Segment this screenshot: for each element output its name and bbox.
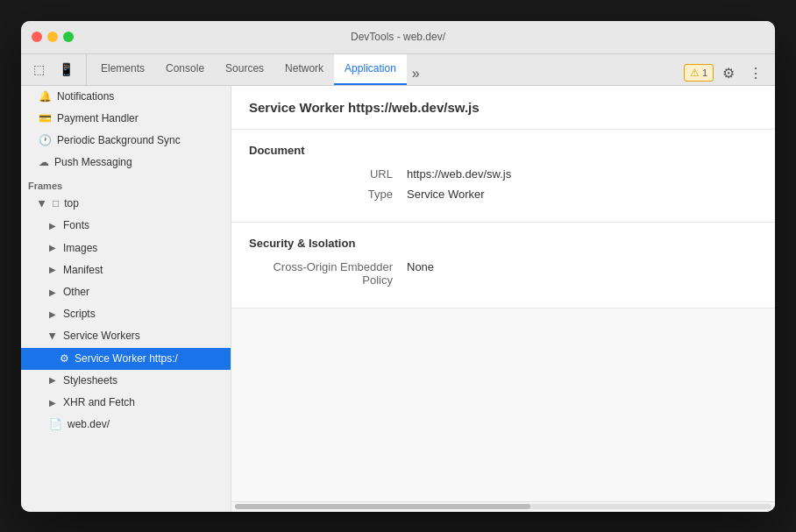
sidebar-item-xhr[interactable]: ▶ XHR and Fetch [21,392,231,414]
settings-icon[interactable]: ⚙ [717,61,740,85]
frames-section-label: Frames [21,174,231,193]
panel-scrollbar-track [235,504,771,509]
security-section: Security & Isolation Cross-Origin Embedd… [231,223,775,309]
devtools-window: DevTools - web.dev/ ⬚ 📱 Elements Console… [21,21,775,512]
more-icon[interactable]: ⋮ [743,61,768,85]
sidebar-item-label: top [64,195,79,212]
sidebar-item-manifest[interactable]: ▶ Manifest [21,259,231,281]
main-content: 🔔 Notifications 💳 Payment Handler 🕐 Peri… [21,86,775,512]
main-panel: Service Worker https://web.dev/sw.js Doc… [231,86,775,512]
minimize-button[interactable] [47,32,58,42]
sidebar-item-top[interactable]: ▶ □ top [21,193,231,215]
sidebar-item-label: Stylesheets [63,372,117,389]
expand-arrow-stylesheets[interactable]: ▶ [49,373,56,387]
type-row: Type Service Worker [249,188,757,201]
expand-arrow-scripts[interactable]: ▶ [49,308,56,322]
sidebar-item-label: Service Workers [63,328,140,344]
sidebar-item-scripts[interactable]: ▶ Scripts [21,303,231,325]
devtools-tab-bar: ⬚ 📱 Elements Console Sources Network App… [21,54,775,86]
sidebar-item-push-messaging[interactable]: ☁ Push Messaging [21,152,231,174]
traffic-lights [32,32,74,42]
page-icon: 📄 [49,416,62,433]
tab-overflow-button[interactable]: » [407,62,425,85]
sidebar-item-sw-webdev[interactable]: ⚙ Service Worker https:/ [21,348,231,370]
notifications-icon: 🔔 [39,89,52,105]
sidebar-item-label: Payment Handler [57,110,139,127]
tab-network[interactable]: Network [274,54,334,85]
sidebar-item-stylesheets[interactable]: ▶ Stylesheets [21,370,231,392]
sidebar-item-fonts[interactable]: ▶ Fonts [21,215,231,237]
sidebar-item-label: Other [63,284,89,301]
document-section-title: Document [249,144,757,157]
coep-value: None [407,260,434,273]
maximize-button[interactable] [63,32,74,42]
cloud-icon: ☁ [39,154,49,171]
sidebar-item-webdev[interactable]: 📄 web.dev/ [21,414,231,436]
sidebar: 🔔 Notifications 💳 Payment Handler 🕐 Peri… [21,86,231,512]
window-title: DevTools - web.dev/ [351,31,445,43]
url-value: https://web.dev/sw.js [407,167,511,181]
payment-icon: 💳 [39,110,52,127]
tab-sources[interactable]: Sources [215,54,274,85]
panel-header: Service Worker https://web.dev/sw.js [231,86,775,130]
expand-arrow-images[interactable]: ▶ [49,241,56,255]
type-label: Type [249,188,407,201]
panel-scrollbar[interactable] [231,501,775,512]
document-section: Document URL https://web.dev/sw.js Type … [231,130,775,223]
coep-label: Cross-Origin Embedder Policy [249,260,407,287]
frame-icon: □ [53,195,59,212]
url-label: URL [249,167,407,181]
expand-arrow-fonts[interactable]: ▶ [49,219,56,233]
sidebar-item-label: Fonts [63,217,89,234]
sidebar-item-label: Push Messaging [54,154,132,171]
panel-scrollbar-thumb[interactable] [235,504,530,509]
cursor-icon[interactable]: ⬚ [28,59,50,80]
title-bar: DevTools - web.dev/ [21,21,775,54]
tab-right-actions: ⚠ 1 ⚙ ⋮ [684,61,768,85]
sidebar-item-label: web.dev/ [68,416,110,433]
tab-elements[interactable]: Elements [90,54,155,85]
sidebar-item-label: XHR and Fetch [63,394,135,411]
sidebar-item-label: Scripts [63,306,96,323]
clock-icon: 🕐 [39,132,52,149]
sidebar-item-label: Service Worker https:/ [75,351,178,367]
sidebar-item-label: Notifications [57,89,114,105]
expand-arrow-sw[interactable]: ▶ [46,333,60,340]
tab-console[interactable]: Console [155,54,215,85]
sidebar-item-images[interactable]: ▶ Images [21,238,231,259]
tab-application[interactable]: Application [334,54,407,85]
expand-arrow-top[interactable]: ▶ [35,201,49,208]
type-value: Service Worker [407,188,485,201]
warning-icon: ⚠ [690,67,700,79]
security-section-title: Security & Isolation [249,237,757,250]
sidebar-item-other[interactable]: ▶ Other [21,281,231,303]
sidebar-item-notifications[interactable]: 🔔 Notifications [21,86,231,108]
sidebar-item-payment-handler[interactable]: 💳 Payment Handler [21,108,231,130]
sidebar-item-label: Periodic Background Sync [57,132,181,149]
sidebar-item-label: Manifest [63,262,103,279]
device-icon[interactable]: 📱 [53,59,79,80]
expand-arrow-other[interactable]: ▶ [49,286,56,300]
sidebar-item-periodic-bg-sync[interactable]: 🕐 Periodic Background Sync [21,130,231,152]
expand-arrow-manifest[interactable]: ▶ [49,263,56,277]
gear-icon: ⚙ [60,351,69,367]
sidebar-item-label: Images [63,240,97,257]
sidebar-item-service-workers[interactable]: ▶ Service Workers [21,325,231,347]
url-row: URL https://web.dev/sw.js [249,167,757,181]
warning-badge[interactable]: ⚠ 1 [684,64,714,82]
tab-tools: ⬚ 📱 [28,54,87,85]
expand-arrow-xhr[interactable]: ▶ [49,396,56,410]
panel-bottom-area [231,309,775,501]
warning-count: 1 [702,67,707,78]
close-button[interactable] [32,32,42,42]
coep-row: Cross-Origin Embedder Policy None [249,260,757,287]
